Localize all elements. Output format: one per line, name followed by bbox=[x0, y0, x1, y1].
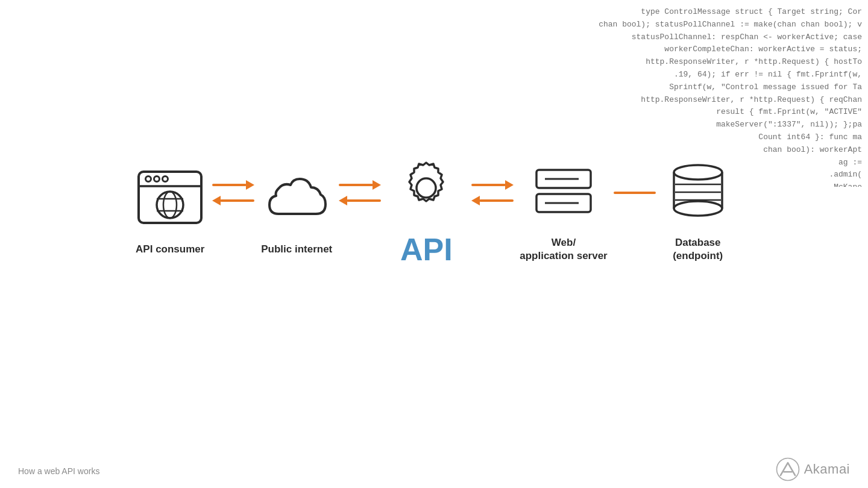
arrow-left-3 bbox=[471, 196, 514, 205]
web-app-server-icon bbox=[524, 159, 603, 225]
api-icon bbox=[387, 157, 465, 223]
api-node: API bbox=[387, 157, 465, 265]
connector-line bbox=[614, 192, 656, 194]
database-label: Database(endpoint) bbox=[673, 236, 723, 263]
svg-point-17 bbox=[674, 201, 722, 216]
svg-point-3 bbox=[154, 176, 160, 181]
api-diagram: API consumer Public internet bbox=[0, 157, 868, 265]
svg-point-6 bbox=[163, 192, 177, 218]
database-icon bbox=[662, 159, 734, 225]
svg-point-4 bbox=[163, 176, 168, 181]
database-node: Database(endpoint) bbox=[662, 159, 734, 263]
api-consumer-label: API consumer bbox=[136, 243, 204, 256]
svg-point-14 bbox=[674, 165, 722, 180]
svg-point-2 bbox=[146, 176, 151, 181]
akamai-icon bbox=[775, 457, 800, 482]
web-app-server-node: Web/application server bbox=[520, 159, 608, 263]
arrow-left-1 bbox=[212, 196, 254, 205]
svg-rect-0 bbox=[139, 172, 201, 223]
arrow-left-2 bbox=[339, 196, 381, 205]
arrow-right-1 bbox=[212, 180, 254, 190]
api-consumer-icon bbox=[134, 166, 206, 232]
arrow-right-3 bbox=[471, 180, 514, 190]
arrow-internet-api bbox=[333, 180, 387, 205]
api-label: API bbox=[400, 234, 453, 265]
public-internet-icon bbox=[260, 166, 333, 232]
footer-caption: How a web API works bbox=[18, 466, 99, 476]
arrow-consumer-internet bbox=[206, 180, 260, 205]
public-internet-label: Public internet bbox=[261, 243, 332, 256]
arrow-api-webserver bbox=[465, 180, 520, 205]
svg-point-9 bbox=[417, 178, 436, 198]
svg-point-5 bbox=[157, 192, 183, 218]
svg-point-21 bbox=[776, 458, 799, 481]
line-webserver-database bbox=[608, 192, 662, 194]
web-app-server-label: Web/application server bbox=[520, 236, 608, 263]
akamai-logo: Akamai bbox=[775, 457, 850, 482]
akamai-brand-text: Akamai bbox=[804, 461, 850, 477]
api-consumer-node: API consumer bbox=[134, 166, 206, 256]
arrow-right-2 bbox=[339, 180, 381, 190]
public-internet-node: Public internet bbox=[260, 166, 333, 256]
